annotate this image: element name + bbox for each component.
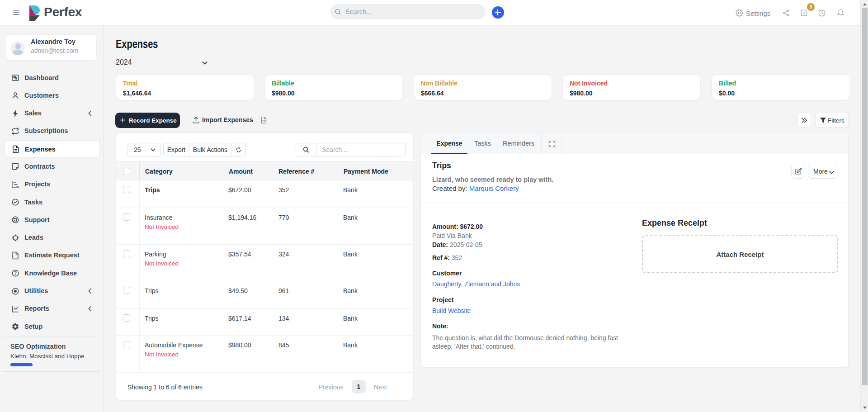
svg-text:PDF: PDF <box>262 120 266 122</box>
